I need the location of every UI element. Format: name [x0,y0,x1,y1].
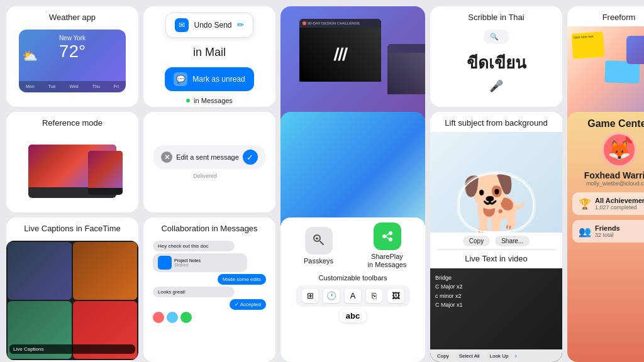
weather-day: Tue [48,84,56,89]
passkeys-feature: Passkeys [286,222,352,269]
video-copy-btn[interactable]: Copy [433,352,453,360]
mail-icon: ✉ [175,18,189,32]
notification-badge: + [626,133,636,143]
weather-day: Wed [69,84,78,89]
toolbar-copy-icon: ⎘ [366,289,382,303]
facetime-grid [6,241,138,360]
doc-icon [158,256,172,270]
weather-widget: New York 72° ⛅ Mon Tue Wed Thu Fri [19,30,126,92]
toolbar-icons-row: ⊞ 🕐 A ⎘ 🖼 [296,285,410,307]
game-center-header: Game Center 🦊 + Foxhead Warrior molly_wi… [567,112,644,190]
edit-message-text: Edit a sent message [176,153,239,161]
design-art: /// [333,45,347,65]
in-mail-text: in Mail [193,46,226,59]
collaboration-title: Collaboration in Messages [155,217,264,238]
svg-point-4 [389,238,392,241]
chord-text1: C Major x2 [435,282,463,291]
passkeys-label: Passkeys [304,257,333,265]
doc-info: Project Notes Shared [174,258,201,267]
shared-doc-bubble: Project Notes Shared [153,253,247,272]
chord-text2: c minor x2 [435,292,463,300]
stage-win-label: 30-DAY DESIGN CHALLENGE [308,21,360,25]
shareplay-feature: SharePlay in Messages [354,222,420,269]
video-arrow[interactable]: › [514,353,516,359]
thai-text: ขีดเขียน [467,50,526,75]
avatar-wrapper: 🦊 + [602,129,636,170]
weather-city: New York [24,35,121,41]
stage-window-secondary [387,44,425,94]
sticky-note-yellow: Note here text [572,31,605,58]
mark-unread-banner[interactable]: 💬 Mark as unread [165,67,253,91]
lift-selection-outline [458,173,534,233]
achievements-info: All Achievements 1,027 completed [595,197,644,211]
message-bubble-4: ✓ Accepted [230,299,266,310]
collaborator-avatar-1 [153,312,164,323]
chord-text3: C Major x1 [435,300,463,309]
abc-badge: abc [340,309,366,322]
cancel-edit-button[interactable]: ✕ [161,151,172,163]
facetime-person-2 [73,242,137,300]
microphone-icon: 🎤 [489,79,503,93]
collaboration-preview: Hey check out this doc Project Notes Sha… [150,238,269,357]
game-center-content: Game Center 🦊 + Foxhead Warrior molly_wi… [567,112,644,245]
achievements-title: All Achievements [595,197,644,204]
achievements-count: 1,027 completed [595,204,644,211]
live-text-video-title: Live Text in video [458,250,534,268]
friends-icon: 👥 [579,226,591,238]
weather-title: Weather app [43,6,102,26]
weather-bar: Mon Tue Wed Thu Fri [19,81,126,92]
stage-win-content: /// [299,28,381,82]
mark-unread-text: Mark as unread [192,75,245,84]
friends-left: 👥 Friends 32 total [579,224,620,238]
svg-point-2 [382,234,386,238]
message-bubble-3: Looks great! [153,287,235,297]
toolbar-clock-icon: 🕐 [323,289,340,303]
video-select-all-btn[interactable]: Select All [455,352,484,360]
weather-temp: 72° [24,41,121,62]
facetime-preview: Live Captions [6,238,138,357]
scribble-title: Scribble in Thai [462,6,530,26]
lift-subject-title: Lift subject from background [438,112,553,132]
freeform-photo [626,36,644,64]
collaboration-card: Collaboration in Messages Hey check out … [143,217,275,362]
achievements-row[interactable]: 🏆 All Achievements 1,027 completed › [572,192,644,215]
weather-day: Mon [26,84,35,89]
avatar-row [153,312,266,323]
features-card: Passkeys SharePlay in Messages Custom [280,217,425,362]
video-look-up-btn[interactable]: Look Up [486,352,513,360]
achievements-left: 🏆 All Achievements 1,027 completed [579,197,644,211]
doc-subtitle: Shared [174,263,201,267]
share-button[interactable]: Share... [495,236,530,246]
weather-day: Thu [92,84,100,89]
copy-button[interactable]: Copy [463,236,490,246]
lift-subject-card: Lift subject from background 🐕 Copy Shar… [430,112,562,362]
svg-rect-1 [316,238,318,239]
doc-name: Project Notes [174,258,201,263]
lift-action-bar: Copy Share... [457,233,536,250]
ipad-screen [88,151,123,189]
messages-icon: 💬 [174,72,187,86]
message-bubble-2: Made some edits [218,274,266,285]
friends-info: Friends 32 total [595,224,620,238]
svg-line-6 [386,237,389,239]
confirm-edit-button[interactable]: ✓ [243,150,258,165]
dog-image-area: 🐕 [430,132,562,233]
in-messages-text: in Messages [194,97,233,104]
toolbar-grid-icon: ⊞ [302,289,318,303]
friends-row[interactable]: 👥 Friends 32 total › [572,220,644,243]
game-center-title: Game Center [587,118,644,129]
stage-win2-title [387,44,425,53]
live-caption-bar: Live Captions [9,344,135,354]
message-bubble-1: Hey check out this doc [153,241,235,251]
search-icon: 🔍 [490,33,499,41]
undo-send-banner[interactable]: ✉ Undo Send ✏ [165,13,253,38]
delivered-text: Delivered [193,173,217,179]
scribble-card: Scribble in Thai 🔍 ขีดเขียน 🎤 [430,6,562,107]
shareplay-icon [374,222,401,250]
caption-text: Live Captions [13,346,43,352]
live-captions-title: Live Captions in FaceTime [18,217,126,238]
weather-clouds-icon: ⛅ [22,48,38,63]
video-text-overlay: Bridge C Major x2 c minor x2 C Major x1 [435,273,463,310]
video-area: Bridge C Major x2 c minor x2 C Major x1 … [430,268,562,362]
toolbar-text-icon: A [345,289,361,303]
